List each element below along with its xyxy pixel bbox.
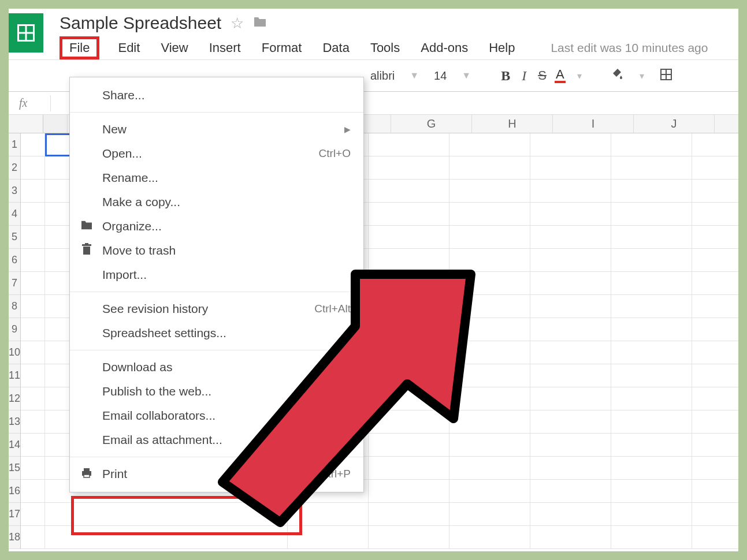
menu-file[interactable]: File bbox=[60, 36, 99, 59]
cell[interactable] bbox=[530, 503, 611, 526]
cell[interactable] bbox=[611, 318, 692, 341]
bold-button[interactable]: B bbox=[497, 66, 514, 86]
cell[interactable] bbox=[530, 156, 611, 180]
cell[interactable] bbox=[611, 249, 692, 272]
cell[interactable] bbox=[692, 503, 738, 526]
cell[interactable] bbox=[21, 180, 45, 203]
row-header[interactable]: 11 bbox=[9, 364, 20, 387]
row-header[interactable]: 8 bbox=[9, 295, 20, 318]
cell[interactable] bbox=[21, 272, 45, 295]
cell[interactable] bbox=[692, 410, 738, 434]
menu-new[interactable]: New▶ bbox=[70, 117, 363, 141]
cell[interactable] bbox=[611, 295, 692, 318]
cell[interactable] bbox=[611, 341, 692, 364]
row-header[interactable]: 18 bbox=[9, 526, 20, 549]
cell[interactable] bbox=[611, 410, 692, 434]
menu-help[interactable]: Help bbox=[486, 38, 517, 58]
cell[interactable] bbox=[692, 133, 738, 156]
cell[interactable] bbox=[692, 180, 738, 203]
cell[interactable] bbox=[692, 457, 738, 480]
cell[interactable] bbox=[530, 457, 611, 480]
cell[interactable] bbox=[21, 318, 45, 341]
cell[interactable] bbox=[530, 295, 611, 318]
row-header[interactable]: 16 bbox=[9, 480, 20, 503]
menu-make-copy[interactable]: Make a copy... bbox=[70, 190, 363, 214]
cell[interactable] bbox=[21, 503, 45, 526]
cell[interactable] bbox=[21, 203, 45, 226]
cell[interactable] bbox=[21, 341, 45, 364]
menu-open[interactable]: Open...Ctrl+O bbox=[70, 141, 363, 166]
folder-icon[interactable] bbox=[253, 15, 267, 31]
menu-organize[interactable]: Organize... bbox=[70, 214, 363, 238]
cell[interactable] bbox=[530, 133, 611, 156]
cell[interactable] bbox=[530, 364, 611, 387]
menu-insert[interactable]: Insert bbox=[207, 38, 243, 58]
cell[interactable] bbox=[530, 226, 611, 249]
cell[interactable] bbox=[21, 364, 45, 387]
cell[interactable] bbox=[692, 526, 738, 549]
row-header[interactable]: 7 bbox=[9, 272, 20, 295]
cell[interactable] bbox=[530, 272, 611, 295]
column-header-h[interactable]: H bbox=[472, 115, 553, 133]
cell[interactable] bbox=[21, 387, 45, 410]
cell[interactable] bbox=[611, 180, 692, 203]
row-header[interactable]: 3 bbox=[9, 180, 20, 203]
cell[interactable] bbox=[530, 249, 611, 272]
cell[interactable] bbox=[21, 156, 45, 180]
sheets-logo[interactable] bbox=[9, 13, 43, 53]
italic-button[interactable]: I bbox=[518, 66, 530, 86]
cell[interactable] bbox=[611, 434, 692, 457]
cell[interactable] bbox=[21, 526, 45, 549]
row-header[interactable]: 9 bbox=[9, 318, 20, 341]
menu-data[interactable]: Data bbox=[320, 38, 351, 58]
menu-view[interactable]: View bbox=[158, 38, 190, 58]
row-header[interactable]: 4 bbox=[9, 203, 20, 226]
cell[interactable] bbox=[21, 295, 45, 318]
cell[interactable] bbox=[530, 480, 611, 503]
row-header[interactable]: 1 bbox=[9, 133, 20, 156]
cell[interactable] bbox=[21, 434, 45, 457]
row-header[interactable]: 2 bbox=[9, 156, 20, 180]
column-header-i[interactable]: I bbox=[553, 115, 634, 133]
cell[interactable] bbox=[692, 156, 738, 180]
cell[interactable] bbox=[611, 226, 692, 249]
cell[interactable] bbox=[611, 480, 692, 503]
cell[interactable] bbox=[692, 249, 738, 272]
cell[interactable] bbox=[611, 457, 692, 480]
cell[interactable] bbox=[369, 180, 449, 203]
cell[interactable] bbox=[611, 272, 692, 295]
chevron-down-icon[interactable]: ▼ bbox=[462, 70, 471, 81]
cell[interactable] bbox=[611, 526, 692, 549]
cell[interactable] bbox=[692, 203, 738, 226]
row-header[interactable]: 10 bbox=[9, 341, 20, 364]
cell[interactable] bbox=[449, 180, 530, 203]
cell[interactable] bbox=[449, 133, 530, 156]
row-header[interactable]: 17 bbox=[9, 503, 20, 526]
cell[interactable] bbox=[369, 203, 449, 226]
cell[interactable] bbox=[21, 480, 45, 503]
strikethrough-button[interactable]: S bbox=[534, 66, 550, 85]
row-header[interactable]: 14 bbox=[9, 434, 20, 457]
cell[interactable] bbox=[530, 180, 611, 203]
cell[interactable] bbox=[530, 387, 611, 410]
doc-title[interactable]: Sample Spreadsheet bbox=[60, 13, 221, 33]
font-size-select[interactable]: 14 bbox=[430, 67, 450, 85]
cell[interactable] bbox=[449, 226, 530, 249]
cell[interactable] bbox=[611, 156, 692, 180]
cell[interactable] bbox=[21, 410, 45, 434]
cell[interactable] bbox=[369, 156, 449, 180]
cell[interactable] bbox=[530, 434, 611, 457]
cell[interactable] bbox=[692, 226, 738, 249]
chevron-down-icon[interactable]: ▾ bbox=[577, 70, 582, 81]
cell[interactable] bbox=[369, 133, 449, 156]
cell[interactable] bbox=[692, 272, 738, 295]
cell[interactable] bbox=[21, 226, 45, 249]
menu-tools[interactable]: Tools bbox=[368, 38, 402, 58]
column-header-g[interactable]: G bbox=[391, 115, 472, 133]
cell[interactable] bbox=[692, 341, 738, 364]
menu-rename[interactable]: Rename... bbox=[70, 166, 363, 190]
cell[interactable] bbox=[611, 503, 692, 526]
row-header[interactable]: 15 bbox=[9, 457, 20, 480]
cell[interactable] bbox=[21, 457, 45, 480]
chevron-down-icon[interactable]: ▾ bbox=[640, 70, 644, 81]
